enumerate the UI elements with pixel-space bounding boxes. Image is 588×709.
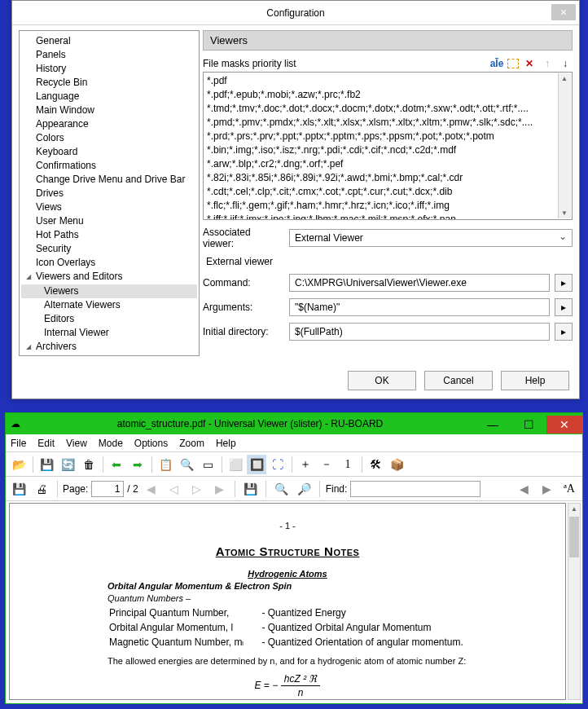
tree-item-hot-paths[interactable]: Hot Paths (21, 228, 197, 242)
configuration-dialog: Configuration × GeneralPanelsHistoryRecy… (11, 0, 580, 399)
dialog-titlebar[interactable]: Configuration × (12, 1, 579, 25)
tree-item-main-window[interactable]: Main Window (21, 103, 197, 117)
mask-row[interactable]: *.arw;*.blp;*.cr2;*.dng;*.orf;*.pef (207, 157, 568, 171)
mask-row[interactable]: *.bin;*.img;*.iso;*.isz;*.nrg;*.pdi;*.cd… (207, 143, 568, 157)
export-icon[interactable]: 💾 (9, 479, 29, 499)
tree-item-icon-overlays[interactable]: Icon Overlays (21, 256, 197, 270)
menu-zoom[interactable]: Zoom (179, 438, 204, 449)
tree-item-security[interactable]: Security (21, 242, 197, 256)
fit-width-icon[interactable]: ⬜ (226, 455, 245, 474)
tree-item-archives-associations-in-panels[interactable]: Archives Associations in Panels (21, 354, 197, 356)
tree-item-panels[interactable]: Panels (21, 48, 197, 62)
tree-item-views[interactable]: Views (21, 200, 197, 214)
menu-view[interactable]: View (66, 438, 87, 449)
mask-row[interactable]: *.pdf (207, 74, 568, 88)
tree-item-confirmations[interactable]: Confirmations (21, 159, 197, 173)
delete-icon[interactable]: 🗑 (79, 455, 99, 474)
tree-item-change-drive-menu-and-drive-bar[interactable]: Change Drive Menu and Drive Bar (21, 173, 197, 187)
menu-edit[interactable]: Edit (37, 438, 55, 449)
reload-icon[interactable]: 🔄 (58, 455, 77, 474)
initial-directory-input[interactable]: $(FullPath) (289, 323, 550, 341)
mask-row[interactable]: *.pmd;*.pmv;*.pmdx;*.xls;*.xlt;*.xlsx;*.… (207, 116, 568, 130)
scrollbar[interactable] (558, 73, 571, 218)
fullscreen-icon[interactable]: ⛶ (268, 455, 287, 474)
tree-item-recycle-bin[interactable]: Recycle Bin (21, 76, 197, 90)
mask-row[interactable]: *.jff;*.jif;*.jmx;*.jpe;*.jpg;*.lbm;*.ma… (207, 213, 568, 220)
menu-file[interactable]: File (11, 438, 26, 449)
mask-row[interactable]: *.prd;*.prs;*.prv;*.ppt;*.pptx;*.pptm;*.… (207, 130, 568, 143)
select-all-icon[interactable]: ▭ (198, 455, 217, 474)
viewer-titlebar[interactable]: ☁ atomic_structure.pdf - Universal Viewe… (6, 413, 582, 434)
tree-item-alternate-viewers[interactable]: Alternate Viewers (21, 298, 197, 312)
next-page-icon[interactable]: ▷ (187, 479, 207, 499)
tree-item-user-menu[interactable]: User Menu (21, 214, 197, 228)
delete-icon[interactable]: ✕ (522, 57, 537, 70)
rename-icon[interactable]: aĪe (489, 57, 504, 70)
help-button[interactable]: Help (501, 371, 569, 390)
mask-row[interactable]: *.flc;*.fli;*.gem;*.gif;*.ham;*.hmr;*.hr… (207, 199, 568, 213)
tree-item-archivers[interactable]: Archivers (21, 340, 197, 354)
associated-viewer-dropdown[interactable]: External Viewer (289, 229, 573, 247)
page-number-input[interactable] (91, 481, 124, 497)
tree-item-viewers[interactable]: Viewers (21, 284, 197, 298)
plugins-icon[interactable]: 📦 (387, 455, 406, 474)
maximize-icon[interactable]: ☐ (511, 416, 546, 434)
zoom-out-icon[interactable]: － (317, 455, 336, 474)
tree-item-colors[interactable]: Colors (21, 131, 197, 145)
open-icon[interactable]: 📂 (9, 455, 29, 474)
settings-tree[interactable]: GeneralPanelsHistoryRecycle BinLanguageM… (19, 30, 200, 356)
print-icon[interactable]: 🖨 (32, 479, 51, 499)
initial-directory-browse-button[interactable]: ▸ (555, 323, 573, 341)
first-page-icon[interactable]: ◀ (142, 479, 161, 499)
zoom-out-page-icon[interactable]: 🔍 (272, 479, 292, 499)
zoom-100-icon[interactable]: 1 (338, 455, 358, 474)
tree-item-appearance[interactable]: Appearance (21, 117, 197, 131)
tree-item-viewers-and-editors[interactable]: Viewers and Editors (21, 270, 197, 284)
save-page-icon[interactable]: 💾 (241, 479, 261, 499)
menu-mode[interactable]: Mode (99, 438, 123, 449)
tree-item-language[interactable]: Language (21, 90, 197, 103)
arguments-browse-button[interactable]: ▸ (555, 298, 573, 316)
document-scrollbar[interactable] (568, 503, 581, 700)
find-next-icon[interactable]: ▶ (537, 479, 556, 499)
tree-item-internal-viewer[interactable]: Internal Viewer (21, 326, 197, 340)
ok-button[interactable]: OK (348, 371, 416, 390)
last-page-icon[interactable]: ▶ (210, 479, 230, 499)
new-mask-icon[interactable] (507, 59, 519, 68)
mask-row[interactable]: *.cdt;*.cel;*.clp;*.cit;*.cmx;*.cot;*.cp… (207, 185, 568, 199)
next-file-icon[interactable]: ➡ (128, 455, 147, 474)
menu-options[interactable]: Options (134, 438, 168, 449)
move-up-icon[interactable]: ↑ (540, 57, 555, 70)
menu-help[interactable]: Help (216, 438, 236, 449)
zoom-in-page-icon[interactable]: 🔎 (295, 479, 314, 499)
close-icon[interactable]: × (551, 4, 576, 20)
tools-icon[interactable]: 🛠 (366, 455, 385, 474)
file-masks-list[interactable]: *.pdf*.pdf;*.epub;*.mobi;*.azw;*.prc;*.f… (203, 72, 573, 220)
tree-item-history[interactable]: History (21, 62, 197, 76)
command-browse-button[interactable]: ▸ (555, 274, 573, 292)
find-prev-icon[interactable]: ◀ (514, 479, 533, 499)
prev-page-icon[interactable]: ◁ (165, 479, 184, 499)
document-view[interactable]: - 1 - Atomic Structure Notes Hydrogenic … (9, 503, 566, 700)
case-sensitive-icon[interactable]: ªA (559, 479, 579, 499)
tree-item-drives[interactable]: Drives (21, 187, 197, 200)
fit-page-icon[interactable]: 🔲 (247, 455, 266, 474)
find-input[interactable] (350, 481, 480, 497)
copy-icon[interactable]: 📋 (156, 455, 175, 474)
minimize-icon[interactable]: ― (475, 416, 511, 434)
close-icon[interactable]: ✕ (546, 416, 582, 434)
tree-item-keyboard[interactable]: Keyboard (21, 145, 197, 159)
mask-row[interactable]: *.pdf;*.epub;*.mobi;*.azw;*.prc;*.fb2 (207, 88, 568, 102)
tree-item-general[interactable]: General (21, 34, 197, 48)
prev-file-icon[interactable]: ⬅ (107, 455, 126, 474)
move-down-icon[interactable]: ↓ (558, 57, 573, 70)
zoom-in-icon[interactable]: ＋ (296, 455, 315, 474)
arguments-input[interactable]: "$(Name)" (289, 298, 550, 316)
mask-row[interactable]: *.tmd;*.tmv;*.doc;*.dot;*.docx;*.docm;*.… (207, 102, 568, 116)
command-input[interactable]: C:\XMPRG\UniversalViewer\Viewer.exe (289, 274, 550, 292)
tree-item-editors[interactable]: Editors (21, 312, 197, 326)
mask-row[interactable]: *.82i;*.83i;*.85i;*.86i;*.89i;*.92i;*.aw… (207, 171, 568, 185)
save-icon[interactable]: 💾 (37, 455, 56, 474)
cancel-button[interactable]: Cancel (424, 371, 493, 390)
search-icon[interactable]: 🔍 (177, 455, 196, 474)
